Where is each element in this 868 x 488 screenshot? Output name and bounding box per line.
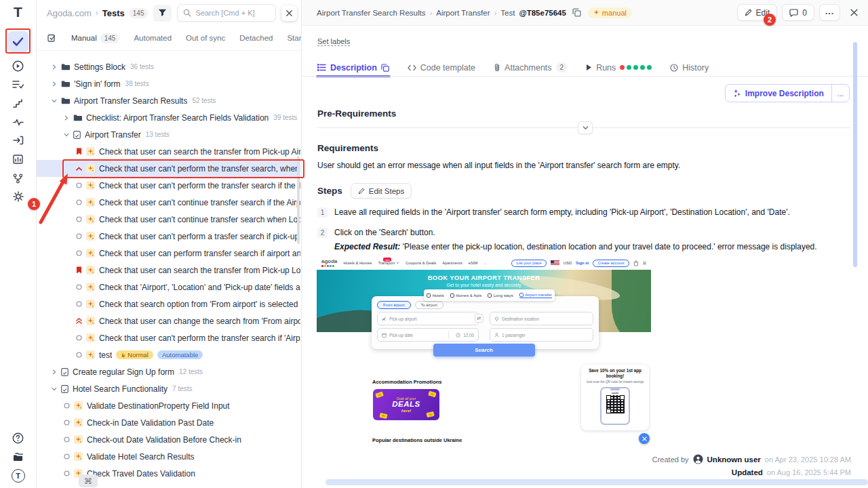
edit-steps-button[interactable]: Edit Steps — [351, 183, 412, 199]
deals-banner[interactable]: % % % % Grab all your DEALS here! — [373, 389, 439, 420]
circle-status-icon[interactable] — [64, 470, 70, 476]
improve-more-button[interactable]: ... — [831, 85, 849, 102]
circle-status-icon[interactable] — [76, 301, 82, 307]
tree-test-row[interactable]: Check that user can't perform the transf… — [37, 177, 300, 194]
detail-horizontal-scrollbar[interactable] — [326, 479, 868, 485]
analytics-chart-icon[interactable] — [8, 150, 28, 169]
attached-screenshot[interactable]: agoda Hotels & HomesTransportnewCoupons … — [317, 256, 651, 447]
us-flag-icon[interactable] — [551, 260, 559, 266]
shot-nav-apartments[interactable]: Apartments — [442, 261, 462, 265]
tree-test-row[interactable]: Check that user can't perform the transf… — [37, 329, 300, 346]
create-account-button[interactable]: Create account — [593, 260, 629, 267]
dismiss-promo-button[interactable] — [639, 433, 650, 444]
profile-avatar[interactable]: T — [8, 466, 28, 485]
tree-test-row[interactable]: Check that user can't continue transfer … — [37, 194, 300, 211]
shot-tab-airport-transfer[interactable]: Airport transfer — [519, 293, 552, 298]
to-airport-pill[interactable]: To airport — [415, 301, 443, 309]
chevron-down-icon[interactable] — [52, 386, 57, 392]
circle-status-icon[interactable] — [76, 352, 82, 358]
bookmark-icon[interactable] — [76, 148, 82, 155]
tree-suite-row[interactable]: Airport Transfer13 tests — [37, 126, 300, 143]
close-detail-button[interactable] — [848, 7, 860, 19]
branch-icon[interactable] — [8, 169, 28, 188]
chevron-right-icon[interactable] — [52, 81, 57, 87]
circle-status-icon[interactable] — [76, 216, 82, 222]
tree-suite-row[interactable]: Hotel Search Functionality7 tests — [37, 380, 300, 397]
chevron-right-icon[interactable] — [64, 115, 69, 121]
passengers-field[interactable]: 1 passenger — [490, 328, 593, 342]
tree-suite-row[interactable]: Create regular Sign Up form12 tests — [37, 363, 300, 380]
bookmark-icon[interactable] — [76, 266, 82, 274]
circle-status-icon[interactable] — [76, 182, 82, 188]
breadcrumb-project[interactable]: Agoda.com — [47, 8, 92, 18]
help-icon[interactable] — [8, 428, 28, 447]
tab-runs[interactable]: Runs — [586, 63, 652, 73]
filter-button[interactable] — [153, 5, 172, 22]
shot-nav-[interactable]: ... — [484, 261, 487, 265]
filter-detached[interactable]: Detached — [239, 34, 273, 42]
chevron-down-icon[interactable] — [64, 132, 69, 138]
runs-play-icon[interactable] — [8, 56, 28, 75]
tree-test-row[interactable]: Check-out Date Validation Before Check-i… — [37, 431, 300, 448]
tab-code-template[interactable]: Code template — [408, 63, 475, 73]
tree-test-row[interactable]: Check that user can't perform a trasfer … — [37, 228, 300, 245]
copy-icon[interactable] — [381, 64, 389, 72]
filter-out-of-sync[interactable]: Out of sync — [186, 34, 225, 42]
shot-search-button[interactable]: Search — [433, 344, 535, 357]
chevron-down-icon[interactable] — [52, 98, 57, 104]
filter-starred[interactable]: Starred — [287, 34, 301, 42]
tree-test-row[interactable]: Check that search option from 'From airp… — [37, 296, 300, 312]
from-airport-pill[interactable]: From airport — [377, 301, 411, 309]
shot-nav-hotels-homes[interactable]: Hotels & Homes — [344, 261, 372, 265]
hamburger-menu-icon[interactable]: ≡ — [643, 260, 646, 266]
circle-status-icon[interactable] — [64, 420, 70, 426]
circle-status-icon[interactable] — [76, 250, 82, 256]
sign-in-link[interactable]: Sign in — [576, 261, 589, 265]
swap-directions-icon[interactable]: ⇄ — [475, 314, 484, 323]
circle-status-icon[interactable] — [76, 284, 82, 290]
circle-status-icon[interactable] — [64, 453, 70, 460]
list-your-place-button[interactable]: List your place — [511, 260, 546, 267]
shot-nav-transport[interactable]: Transportnew — [378, 261, 399, 265]
tree-test-row[interactable]: Check that user can change the search fr… — [37, 312, 300, 329]
detail-vertical-scrollbar[interactable] — [853, 42, 857, 267]
circle-status-icon[interactable] — [76, 335, 82, 341]
circle-status-icon[interactable] — [76, 233, 82, 239]
improve-description-button[interactable]: Improve Description — [726, 85, 831, 102]
steps-stairs-icon[interactable] — [8, 94, 28, 113]
close-panel-button[interactable] — [281, 5, 297, 21]
shot-tab-hotels[interactable]: Hotels — [427, 293, 444, 298]
app-logo[interactable]: T — [14, 4, 22, 20]
projects-folder-icon[interactable] — [8, 447, 28, 466]
chevron-right-icon[interactable] — [52, 64, 57, 70]
tree-test-row[interactable]: Check that user can search the transfer … — [37, 143, 300, 160]
comments-button[interactable]: 0 — [782, 4, 814, 21]
set-labels-link[interactable]: Set labels — [317, 37, 350, 46]
plans-list-icon[interactable] — [8, 75, 28, 94]
tab-history[interactable]: History — [670, 63, 709, 73]
breadcrumb-suite[interactable]: Airport Transfer Search Results — [317, 9, 425, 17]
tree-suite-row[interactable]: Settings Block36 tests — [37, 58, 300, 75]
keyboard-shortcuts-button[interactable]: ⌘ — [79, 474, 98, 487]
expand-section-button[interactable] — [578, 121, 593, 134]
tree-test-row[interactable]: Check-in Date Validation Past Date — [37, 414, 300, 431]
settings-gear-icon[interactable] — [8, 187, 28, 206]
tree-suite-row[interactable]: Airport Transfer Search Results52 tests — [37, 92, 300, 109]
tab-description[interactable]: Description — [317, 63, 389, 73]
filter-automated[interactable]: Automated — [134, 34, 172, 42]
shot-nav-esim[interactable]: eSIM — [469, 261, 478, 265]
circle-status-icon[interactable] — [64, 436, 70, 443]
tab-attachments[interactable]: Attachments2 — [494, 62, 568, 73]
tree-suite-row[interactable]: 'Sign in' form38 tests — [37, 75, 300, 92]
tree-test-row[interactable]: Check that user can perform transfer sea… — [37, 245, 300, 262]
tree-suite-row[interactable]: Checklist: Airport Transfer Search Field… — [37, 109, 300, 126]
circle-status-icon[interactable] — [64, 403, 70, 409]
tree-test-row[interactable]: Check Travel Dates Validation — [37, 465, 300, 482]
pickup-datetime-field[interactable]: Pick-up date 12:00 — [377, 328, 479, 342]
breadcrumb-section[interactable]: Tests — [102, 8, 125, 18]
tree-test-row[interactable]: Check that 'Airport', 'Location' and 'Pi… — [37, 279, 300, 296]
select-all-icon[interactable] — [47, 33, 57, 43]
activity-pulse-icon[interactable] — [8, 113, 28, 131]
filter-manual[interactable]: Manual145 — [71, 33, 119, 43]
shot-nav-coupons-deals[interactable]: Coupons & Deals — [406, 261, 436, 265]
